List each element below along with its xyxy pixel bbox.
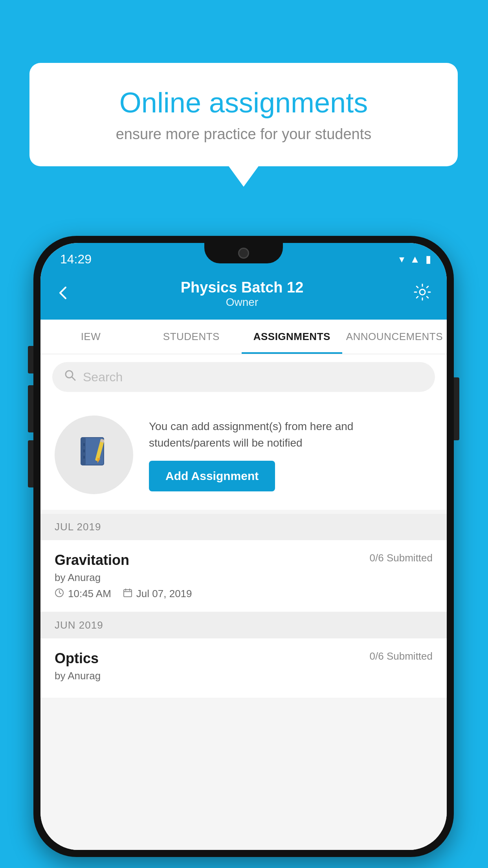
bubble-subtitle: ensure more practice for your students [61,126,426,143]
tabs-bar: IEW STUDENTS ASSIGNMENTS ANNOUNCEMENTS [40,320,447,354]
promo-description: You can add assignment(s) from here and … [149,418,433,451]
speech-bubble-container: Online assignments ensure more practice … [29,63,458,166]
promo-content: You can add assignment(s) from here and … [149,418,433,491]
tab-iew[interactable]: IEW [40,320,141,354]
month-header-jul: JUL 2019 [40,514,447,540]
promo-section: You can add assignment(s) from here and … [40,400,447,510]
assignment-name-optics: Optics [55,650,99,667]
tab-students[interactable]: STUDENTS [141,320,242,354]
signal-icon: ▲ [410,253,420,265]
header-title: Physics Batch 12 [181,279,304,296]
assignment-top-row: Gravitation 0/6 Submitted [55,552,433,568]
assignment-submitted: 0/6 Submitted [370,552,433,564]
battery-icon: ▮ [426,253,431,265]
header-subtitle: Owner [181,296,304,309]
search-bar[interactable]: Search [52,362,435,392]
month-header-jun: JUN 2019 [40,612,447,638]
assignment-name: Gravitation [55,552,129,568]
speech-bubble: Online assignments ensure more practice … [29,63,458,166]
search-container: Search [40,354,447,400]
wifi-icon: ▾ [399,253,404,265]
bubble-title: Online assignments [61,86,426,119]
svg-rect-6 [83,456,85,459]
svg-rect-11 [124,590,132,597]
svg-rect-5 [83,449,85,452]
settings-button[interactable] [414,283,431,305]
assignment-date: Jul 07, 2019 [123,588,192,600]
assignment-item-gravitation[interactable]: Gravitation 0/6 Submitted by Anurag [40,540,447,612]
assignment-by-optics: by Anurag [55,670,433,682]
assignment-by: by Anurag [55,572,433,584]
content-area: Search [40,354,447,850]
notebook-icon [76,434,112,476]
app-header: Physics Batch 12 Owner [40,271,447,320]
phone-camera [238,248,249,259]
assignment-meta: 10:45 AM Jul 07, 2019 [55,588,433,600]
svg-rect-4 [83,443,85,446]
assignment-time: 10:45 AM [55,588,111,600]
add-assignment-button[interactable]: Add Assignment [149,461,275,491]
assignment-top-row-optics: Optics 0/6 Submitted [55,650,433,667]
phone-outer: 14:29 ▾ ▲ ▮ Physics Batch 12 [33,236,454,857]
search-placeholder: Search [83,370,123,384]
svg-point-0 [420,289,425,295]
calendar-icon [123,588,132,600]
status-time: 14:29 [60,252,92,267]
phone-screen: 14:29 ▾ ▲ ▮ Physics Batch 12 [40,243,447,850]
tab-announcements[interactable]: ANNOUNCEMENTS [342,320,447,354]
clock-icon [55,588,64,600]
search-icon [64,369,77,385]
header-center: Physics Batch 12 Owner [181,279,304,309]
back-button[interactable] [56,284,70,304]
tab-assignments[interactable]: ASSIGNMENTS [242,320,342,354]
phone-notch [204,243,283,263]
status-icons: ▾ ▲ ▮ [399,253,431,265]
assignment-submitted-optics: 0/6 Submitted [370,650,433,662]
assignment-item-optics[interactable]: Optics 0/6 Submitted by Anurag [40,638,447,698]
phone-mockup: 14:29 ▾ ▲ ▮ Physics Batch 12 [33,236,454,857]
assignment-icon-circle [55,416,133,494]
